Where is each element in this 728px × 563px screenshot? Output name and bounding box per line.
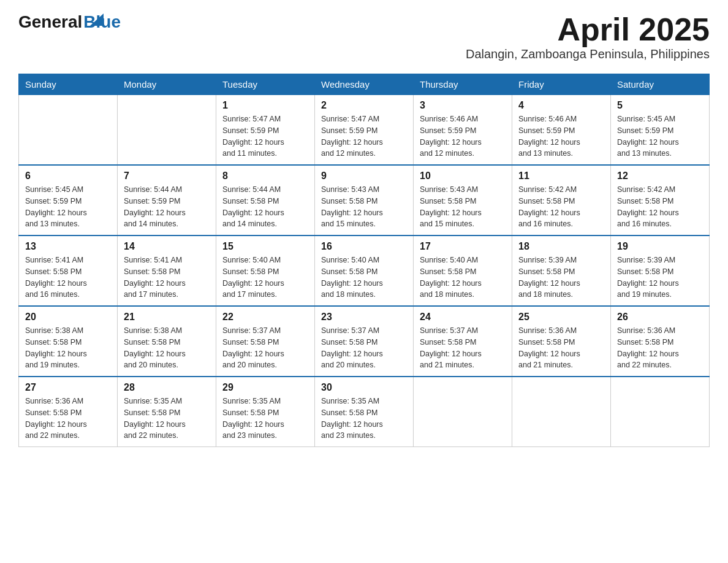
day-number: 21	[124, 312, 210, 323]
day-number: 17	[420, 241, 506, 252]
day-number: 29	[222, 382, 308, 393]
day-number: 27	[25, 382, 111, 393]
calendar-table: SundayMondayTuesdayWednesdayThursdayFrid…	[18, 74, 710, 447]
calendar-cell: 10Sunrise: 5:43 AMSunset: 5:58 PMDayligh…	[414, 165, 512, 236]
day-info: Sunrise: 5:36 AMSunset: 5:58 PMDaylight:…	[518, 325, 604, 371]
calendar-week-row: 1Sunrise: 5:47 AMSunset: 5:59 PMDaylight…	[19, 95, 710, 166]
day-info: Sunrise: 5:38 AMSunset: 5:58 PMDaylight:…	[25, 325, 111, 371]
day-info: Sunrise: 5:46 AMSunset: 5:59 PMDaylight:…	[518, 113, 604, 159]
day-number: 14	[124, 241, 210, 252]
day-number: 13	[25, 241, 111, 252]
day-number: 24	[420, 312, 506, 323]
day-number: 16	[321, 241, 407, 252]
day-number: 5	[617, 100, 703, 111]
day-info: Sunrise: 5:38 AMSunset: 5:58 PMDaylight:…	[124, 325, 210, 371]
day-info: Sunrise: 5:37 AMSunset: 5:58 PMDaylight:…	[222, 325, 308, 371]
weekday-header-sunday: Sunday	[19, 74, 118, 95]
calendar-cell: 8Sunrise: 5:44 AMSunset: 5:58 PMDaylight…	[216, 165, 315, 236]
day-number: 22	[222, 312, 308, 323]
calendar-cell: 2Sunrise: 5:47 AMSunset: 5:59 PMDaylight…	[315, 95, 414, 166]
day-number: 4	[518, 100, 604, 111]
day-info: Sunrise: 5:35 AMSunset: 5:58 PMDaylight:…	[321, 396, 407, 442]
day-number: 25	[518, 312, 604, 323]
calendar-cell: 16Sunrise: 5:40 AMSunset: 5:58 PMDayligh…	[315, 236, 414, 306]
day-info: Sunrise: 5:45 AMSunset: 5:59 PMDaylight:…	[25, 184, 111, 230]
calendar-cell: 14Sunrise: 5:41 AMSunset: 5:58 PMDayligh…	[118, 236, 216, 306]
calendar-cell: 27Sunrise: 5:36 AMSunset: 5:58 PMDayligh…	[19, 377, 118, 447]
calendar-cell	[118, 95, 216, 166]
day-number: 28	[124, 382, 210, 393]
weekday-header-friday: Friday	[512, 74, 611, 95]
weekday-header-saturday: Saturday	[611, 74, 710, 95]
calendar-cell: 15Sunrise: 5:40 AMSunset: 5:58 PMDayligh…	[216, 236, 315, 306]
day-info: Sunrise: 5:47 AMSunset: 5:59 PMDaylight:…	[321, 113, 407, 159]
calendar-cell: 26Sunrise: 5:36 AMSunset: 5:58 PMDayligh…	[611, 306, 710, 377]
day-number: 18	[518, 241, 604, 252]
page-header: General Blue April 2025 Dalangin, Zamboa…	[18, 12, 710, 71]
calendar-cell: 1Sunrise: 5:47 AMSunset: 5:59 PMDaylight…	[216, 95, 315, 166]
day-info: Sunrise: 5:40 AMSunset: 5:58 PMDaylight:…	[420, 255, 506, 301]
day-info: Sunrise: 5:37 AMSunset: 5:58 PMDaylight:…	[420, 325, 506, 371]
calendar-cell: 23Sunrise: 5:37 AMSunset: 5:58 PMDayligh…	[315, 306, 414, 377]
calendar-cell: 30Sunrise: 5:35 AMSunset: 5:58 PMDayligh…	[315, 377, 414, 447]
calendar-cell: 17Sunrise: 5:40 AMSunset: 5:58 PMDayligh…	[414, 236, 512, 306]
day-number: 11	[518, 170, 604, 182]
day-number: 9	[321, 170, 407, 182]
day-info: Sunrise: 5:45 AMSunset: 5:59 PMDaylight:…	[617, 113, 703, 159]
day-number: 8	[222, 170, 308, 182]
day-info: Sunrise: 5:40 AMSunset: 5:58 PMDaylight:…	[222, 255, 308, 301]
day-info: Sunrise: 5:42 AMSunset: 5:58 PMDaylight:…	[518, 184, 604, 230]
calendar-week-row: 20Sunrise: 5:38 AMSunset: 5:58 PMDayligh…	[19, 306, 710, 377]
calendar-week-row: 13Sunrise: 5:41 AMSunset: 5:58 PMDayligh…	[19, 236, 710, 306]
calendar-header-row: SundayMondayTuesdayWednesdayThursdayFrid…	[19, 74, 710, 95]
calendar-cell: 13Sunrise: 5:41 AMSunset: 5:58 PMDayligh…	[19, 236, 118, 306]
calendar-cell	[611, 377, 710, 447]
day-info: Sunrise: 5:39 AMSunset: 5:58 PMDaylight:…	[617, 255, 703, 301]
calendar-cell	[19, 95, 118, 166]
day-info: Sunrise: 5:43 AMSunset: 5:58 PMDaylight:…	[420, 184, 506, 230]
calendar-cell: 7Sunrise: 5:44 AMSunset: 5:59 PMDaylight…	[118, 165, 216, 236]
day-number: 19	[617, 241, 703, 252]
day-info: Sunrise: 5:36 AMSunset: 5:58 PMDaylight:…	[25, 396, 111, 442]
day-info: Sunrise: 5:36 AMSunset: 5:58 PMDaylight:…	[617, 325, 703, 371]
svg-marker-0	[90, 13, 104, 26]
logo: General Blue	[18, 12, 121, 32]
weekday-header-monday: Monday	[118, 74, 216, 95]
calendar-cell: 24Sunrise: 5:37 AMSunset: 5:58 PMDayligh…	[414, 306, 512, 377]
weekday-header-tuesday: Tuesday	[216, 74, 315, 95]
day-number: 23	[321, 312, 407, 323]
day-number: 3	[420, 100, 506, 111]
calendar-cell: 3Sunrise: 5:46 AMSunset: 5:59 PMDaylight…	[414, 95, 512, 166]
day-info: Sunrise: 5:40 AMSunset: 5:58 PMDaylight:…	[321, 255, 407, 301]
calendar-cell: 6Sunrise: 5:45 AMSunset: 5:59 PMDaylight…	[19, 165, 118, 236]
title-block: April 2025 Dalangin, Zamboanga Peninsula…	[466, 12, 710, 71]
day-info: Sunrise: 5:41 AMSunset: 5:58 PMDaylight:…	[124, 255, 210, 301]
calendar-cell: 21Sunrise: 5:38 AMSunset: 5:58 PMDayligh…	[118, 306, 216, 377]
logo-general-text: General	[18, 12, 82, 32]
day-info: Sunrise: 5:44 AMSunset: 5:59 PMDaylight:…	[124, 184, 210, 230]
day-number: 26	[617, 312, 703, 323]
day-info: Sunrise: 5:44 AMSunset: 5:58 PMDaylight:…	[222, 184, 308, 230]
day-number: 15	[222, 241, 308, 252]
day-info: Sunrise: 5:39 AMSunset: 5:58 PMDaylight:…	[518, 255, 604, 301]
location-title: Dalangin, Zamboanga Peninsula, Philippin…	[466, 47, 710, 61]
day-number: 2	[321, 100, 407, 111]
calendar-cell: 29Sunrise: 5:35 AMSunset: 5:58 PMDayligh…	[216, 377, 315, 447]
day-info: Sunrise: 5:35 AMSunset: 5:58 PMDaylight:…	[222, 396, 308, 442]
logo-triangle-icon	[90, 13, 104, 26]
day-info: Sunrise: 5:42 AMSunset: 5:58 PMDaylight:…	[617, 184, 703, 230]
day-info: Sunrise: 5:47 AMSunset: 5:59 PMDaylight:…	[222, 113, 308, 159]
day-number: 20	[25, 312, 111, 323]
weekday-header-thursday: Thursday	[414, 74, 512, 95]
calendar-cell: 5Sunrise: 5:45 AMSunset: 5:59 PMDaylight…	[611, 95, 710, 166]
day-number: 6	[25, 170, 111, 182]
weekday-header-wednesday: Wednesday	[315, 74, 414, 95]
calendar-cell	[512, 377, 611, 447]
day-number: 10	[420, 170, 506, 182]
day-info: Sunrise: 5:37 AMSunset: 5:58 PMDaylight:…	[321, 325, 407, 371]
calendar-cell: 22Sunrise: 5:37 AMSunset: 5:58 PMDayligh…	[216, 306, 315, 377]
calendar-week-row: 27Sunrise: 5:36 AMSunset: 5:58 PMDayligh…	[19, 377, 710, 447]
calendar-cell: 4Sunrise: 5:46 AMSunset: 5:59 PMDaylight…	[512, 95, 611, 166]
day-number: 12	[617, 170, 703, 182]
calendar-cell: 11Sunrise: 5:42 AMSunset: 5:58 PMDayligh…	[512, 165, 611, 236]
